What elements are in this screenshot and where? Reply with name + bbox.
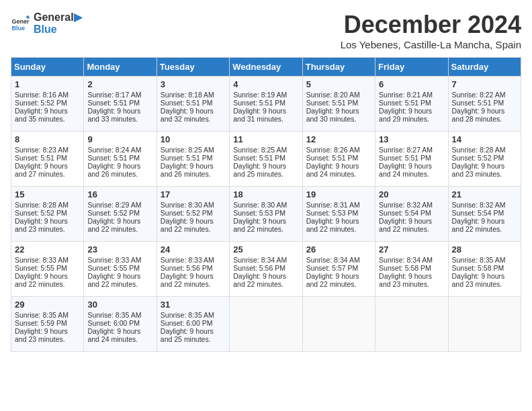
table-row: 19Sunrise: 8:31 AMSunset: 5:53 PMDayligh… [302, 187, 375, 242]
svg-text:General: General [11, 18, 30, 25]
day-info: Daylight: 9 hours and 22 minutes. [306, 217, 371, 233]
table-row: 6Sunrise: 8:21 AMSunset: 5:51 PMDaylight… [375, 77, 448, 132]
col-wednesday: Wednesday [230, 58, 302, 77]
col-sunday: Sunday [11, 58, 84, 77]
table-row: 11Sunrise: 8:25 AMSunset: 5:51 PMDayligh… [230, 132, 302, 187]
day-info: Sunset: 5:51 PM [87, 99, 152, 107]
table-row: 17Sunrise: 8:30 AMSunset: 5:52 PMDayligh… [157, 187, 229, 242]
day-info: Daylight: 9 hours and 28 minutes. [452, 107, 517, 123]
logo: General Blue General▶ Blue [11, 11, 82, 36]
day-number: 6 [379, 79, 444, 89]
day-number: 17 [161, 189, 226, 199]
day-number: 8 [15, 134, 80, 144]
day-info: Sunset: 5:54 PM [379, 209, 444, 217]
day-number: 29 [15, 300, 80, 310]
day-number: 1 [15, 79, 80, 89]
day-info: Sunset: 5:51 PM [161, 154, 226, 162]
day-number: 28 [452, 244, 517, 255]
day-number: 14 [452, 134, 517, 144]
day-info: Sunrise: 8:25 AM [233, 146, 298, 154]
day-info: Sunset: 5:58 PM [379, 264, 444, 272]
table-row: 12Sunrise: 8:26 AMSunset: 5:51 PMDayligh… [302, 132, 375, 187]
day-info: Daylight: 9 hours and 29 minutes. [379, 107, 444, 123]
day-number: 11 [233, 134, 298, 144]
day-info: Sunrise: 8:33 AM [161, 256, 226, 264]
col-thursday: Thursday [302, 58, 375, 77]
day-info: Sunrise: 8:27 AM [379, 146, 444, 154]
day-info: Daylight: 9 hours and 22 minutes. [161, 272, 226, 288]
day-info: Daylight: 9 hours and 23 minutes. [452, 272, 517, 288]
table-row: 28Sunrise: 8:35 AMSunset: 5:58 PMDayligh… [448, 242, 521, 297]
day-number: 25 [233, 244, 298, 255]
day-info: Daylight: 9 hours and 22 minutes. [233, 272, 298, 288]
col-friday: Friday [375, 58, 448, 77]
day-info: Sunrise: 8:33 AM [87, 256, 152, 264]
table-row: 27Sunrise: 8:34 AMSunset: 5:58 PMDayligh… [375, 242, 448, 297]
day-number: 19 [306, 189, 371, 199]
calendar-table: Sunday Monday Tuesday Wednesday Thursday… [11, 57, 521, 352]
day-info: Sunrise: 8:24 AM [87, 146, 152, 154]
calendar-week-row: 1Sunrise: 8:16 AMSunset: 5:52 PMDaylight… [11, 77, 521, 132]
day-info: Sunset: 5:51 PM [15, 154, 80, 162]
day-number: 21 [452, 189, 517, 199]
table-row: 23Sunrise: 8:33 AMSunset: 5:55 PMDayligh… [84, 242, 157, 297]
day-number: 20 [379, 189, 444, 199]
day-info: Sunset: 6:00 PM [87, 319, 152, 327]
day-number: 22 [15, 244, 80, 255]
day-number: 3 [161, 79, 226, 89]
day-number: 4 [233, 79, 298, 89]
table-row: 14Sunrise: 8:28 AMSunset: 5:52 PMDayligh… [448, 132, 521, 187]
table-row: 31Sunrise: 8:35 AMSunset: 6:00 PMDayligh… [157, 297, 229, 352]
table-row: 24Sunrise: 8:33 AMSunset: 5:56 PMDayligh… [157, 242, 229, 297]
day-info: Daylight: 9 hours and 22 minutes. [233, 217, 298, 233]
day-info: Sunset: 5:51 PM [379, 154, 444, 162]
logo-icon: General Blue [11, 14, 30, 33]
svg-text:Blue: Blue [11, 24, 25, 31]
table-row: 1Sunrise: 8:16 AMSunset: 5:52 PMDaylight… [11, 77, 84, 132]
day-info: Daylight: 9 hours and 24 minutes. [87, 327, 152, 343]
day-info: Sunset: 6:00 PM [161, 319, 226, 327]
day-info: Daylight: 9 hours and 24 minutes. [306, 162, 371, 178]
day-info: Daylight: 9 hours and 35 minutes. [15, 107, 80, 123]
day-info: Sunset: 5:51 PM [379, 99, 444, 107]
logo-line1: General▶ [34, 11, 82, 24]
calendar-header-row: Sunday Monday Tuesday Wednesday Thursday… [11, 58, 521, 77]
col-monday: Monday [84, 58, 157, 77]
day-number: 31 [161, 300, 226, 310]
day-number: 7 [452, 79, 517, 89]
table-row: 8Sunrise: 8:23 AMSunset: 5:51 PMDaylight… [11, 132, 84, 187]
logo-line2: Blue [34, 24, 82, 36]
day-info: Sunset: 5:51 PM [233, 154, 298, 162]
day-info: Sunset: 5:52 PM [15, 209, 80, 217]
table-row: 2Sunrise: 8:17 AMSunset: 5:51 PMDaylight… [84, 77, 157, 132]
day-info: Sunset: 5:55 PM [87, 264, 152, 272]
table-row: 21Sunrise: 8:32 AMSunset: 5:54 PMDayligh… [448, 187, 521, 242]
day-info: Sunset: 5:56 PM [233, 264, 298, 272]
day-info: Daylight: 9 hours and 24 minutes. [379, 162, 444, 178]
day-info: Sunrise: 8:21 AM [379, 91, 444, 99]
table-row [302, 297, 375, 352]
table-row: 15Sunrise: 8:28 AMSunset: 5:52 PMDayligh… [11, 187, 84, 242]
table-row: 7Sunrise: 8:22 AMSunset: 5:51 PMDaylight… [448, 77, 521, 132]
day-info: Daylight: 9 hours and 23 minutes. [379, 272, 444, 288]
calendar-week-row: 8Sunrise: 8:23 AMSunset: 5:51 PMDaylight… [11, 132, 521, 187]
day-info: Sunset: 5:52 PM [452, 154, 517, 162]
day-info: Sunrise: 8:25 AM [161, 146, 226, 154]
day-info: Sunrise: 8:35 AM [452, 256, 517, 264]
day-info: Sunrise: 8:34 AM [306, 256, 371, 264]
title-block: December 2024 Los Yebenes, Castille-La M… [341, 11, 521, 50]
day-info: Sunrise: 8:35 AM [161, 311, 226, 319]
day-info: Daylight: 9 hours and 27 minutes. [15, 162, 80, 178]
table-row: 22Sunrise: 8:33 AMSunset: 5:55 PMDayligh… [11, 242, 84, 297]
day-number: 10 [161, 134, 226, 144]
table-row: 25Sunrise: 8:34 AMSunset: 5:56 PMDayligh… [230, 242, 302, 297]
day-info: Sunset: 5:53 PM [233, 209, 298, 217]
day-number: 23 [87, 244, 152, 255]
table-row: 29Sunrise: 8:35 AMSunset: 5:59 PMDayligh… [11, 297, 84, 352]
day-info: Sunrise: 8:26 AM [306, 146, 371, 154]
day-info: Daylight: 9 hours and 32 minutes. [161, 107, 226, 123]
day-info: Daylight: 9 hours and 22 minutes. [15, 272, 80, 288]
day-info: Daylight: 9 hours and 30 minutes. [306, 107, 371, 123]
calendar-week-row: 29Sunrise: 8:35 AMSunset: 5:59 PMDayligh… [11, 297, 521, 352]
table-row [448, 297, 521, 352]
